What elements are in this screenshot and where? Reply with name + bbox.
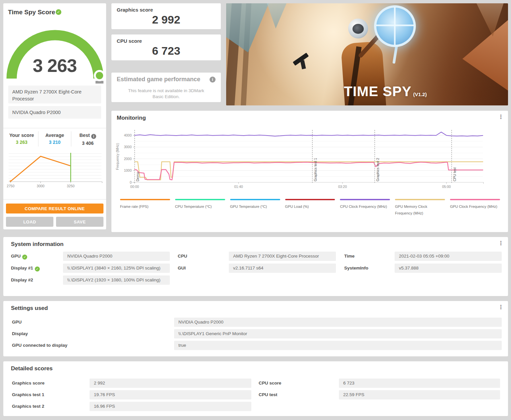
info-icon[interactable] [91,134,96,139]
cpu-score-value: 6 723 [111,44,221,57]
valid-check-icon [56,9,61,15]
gauge-end-notch [96,81,103,84]
best-score-label-text: Best [79,133,90,138]
hero-lens-crosshair [394,7,396,45]
legend-item[interactable]: GPU Clock Frequency (MHz) [450,199,500,217]
score-comparison: Your score 3 263 Average 3 210 Best 3 40… [5,131,104,147]
svg-text:3000: 3000 [37,184,45,188]
legend-item[interactable]: Frame rate (FPS) [120,199,170,217]
average-score-value: 3 210 [38,140,71,145]
graphics-test1-row-label: Graphics test 1 [12,390,44,399]
cpu-test-row-label: CPU test [259,390,277,399]
cpu-score-row-value: 6 723 [339,379,500,388]
monitoring-legend: Frame rate (FPS)CPU Temperature (°C)GPU … [120,199,500,217]
message-line-1: This feature is not available in 3DMark [111,88,221,94]
average-score-column: Average 3 210 [38,131,71,147]
hero-title: TIME SPY(V1.2) [306,84,465,99]
settings-display-label: Display [12,329,28,338]
graphics-score-row-label: Graphics score [12,379,44,388]
svg-text:2000: 2000 [124,157,132,161]
load-button[interactable]: LOAD [6,217,53,227]
legend-label: CPU Clock Frequency (MHz) [340,203,390,210]
monitoring-panel: Monitoring 01000200030004000Frequency (M… [111,111,508,232]
settings-used-title: Settings used [11,305,48,312]
systeminfo-row-label: SystemInfo [344,264,368,273]
svg-text:1000: 1000 [124,168,132,172]
divider [3,128,106,128]
message-line-2: Basic Edition. [111,94,221,100]
legend-label: GPU Temperature (°C) [230,203,280,210]
graphics-score-row-value: 2 992 [90,379,251,388]
settings-gpu-connected-value: true [174,341,502,350]
legend-label: GPU Load (%) [285,203,335,210]
time-row-value: 2021-02-03 05:05 +09:00 [395,252,502,261]
cpu-score-row-label: CPU score [259,379,281,388]
system-information-title: System information [11,241,64,248]
display2-row-value: \\.\DISPLAY2 (1920 × 1080, 100% DPI scal… [63,275,170,285]
svg-text:00:00: 00:00 [130,185,139,189]
gpu-row-label: GPU [11,252,27,261]
best-score-value: 3 406 [71,141,104,146]
hero-lens-handle [393,44,398,64]
settings-gpu-connected-label: GPU connected to display [12,341,67,350]
legend-color-bar [450,199,500,200]
gpu-name-box: NVIDIA Quadro P2000 [8,106,101,119]
save-button[interactable]: SAVE [56,217,103,227]
svg-text:Frequency (MHz): Frequency (MHz) [115,143,119,170]
estimated-game-performance-card: Estimated game performance This feature … [111,73,221,102]
gui-row-label: GUI [178,264,186,273]
kebab-menu-icon[interactable] [498,304,503,311]
svg-text:Graphics test 1: Graphics test 1 [313,158,317,181]
time-row-label: Time [344,252,354,261]
compare-result-online-button[interactable]: COMPARE RESULT ONLINE [6,204,103,213]
hero-astronaut-gun [300,60,306,69]
your-score-label: Your score [5,133,38,138]
legend-item[interactable]: CPU Clock Frequency (MHz) [340,199,390,217]
svg-text:01:40: 01:40 [234,185,243,189]
cpu-score-label: CPU score [117,38,142,44]
display1-row-label: Display #1 [11,264,40,273]
settings-display-value: \\.\DISPLAY1 Generic PnP Monitor [174,329,502,338]
legend-label: GPU Memory Clock Frequency (MHz) [395,203,445,217]
time-spy-hero-image: TIME SPY(V1.2) [226,3,508,105]
time-spy-score-panel: Time Spy Score 3 263 AMD Ryzen 7 2700X E… [3,3,106,229]
legend-color-bar [175,199,225,200]
legend-color-bar [120,199,170,200]
estimated-performance-message: This feature is not available in 3DMark … [111,88,221,99]
detailed-scores-panel: Detailed scores Graphics score 2 992 Gra… [3,361,508,416]
overall-score: 3 263 [3,55,106,76]
gui-row-value: v2.16.7117 s64 [229,264,336,273]
average-score-label: Average [38,133,71,138]
settings-used-panel: Settings used GPU NVIDIA Quadro P2000 Di… [3,301,508,356]
legend-color-bar [395,199,445,200]
graphics-score-card: Graphics score 2 992 [111,3,221,29]
svg-text:CPU test: CPU test [453,167,457,181]
display1-row-value: \\.\DISPLAY1 (3840 × 2160, 125% DPI scal… [63,264,170,273]
legend-item[interactable]: CPU Temperature (°C) [175,199,225,217]
legend-item[interactable]: GPU Memory Clock Frequency (MHz) [395,199,445,217]
legend-color-bar [340,199,390,200]
graphics-score-value: 2 992 [111,13,221,26]
legend-item[interactable]: GPU Load (%) [285,199,335,217]
hero-astronaut-visor [352,24,364,34]
gpu-label-text: GPU [11,254,21,259]
best-score-column: Best 3 406 [71,131,104,147]
kebab-menu-icon[interactable] [498,240,503,247]
settings-gpu-value: NVIDIA Quadro P2000 [174,318,502,327]
hero-version: (V1.2) [413,91,427,97]
hero-crystal-decor [265,3,288,29]
graphics-test2-row-value: 16.96 FPS [90,402,251,411]
legend-item[interactable]: GPU Temperature (°C) [230,199,280,217]
legend-label: GPU Clock Frequency (MHz) [450,203,500,210]
cpu-row-label: CPU [178,252,187,261]
estimated-performance-title: Estimated game performance [117,76,200,83]
settings-gpu-label: GPU [12,318,22,327]
svg-text:03:20: 03:20 [338,185,347,189]
legend-label: Frame rate (FPS) [120,203,170,210]
cpu-score-card: CPU score 6 723 [111,34,221,60]
info-icon[interactable] [210,77,216,83]
detailed-scores-title: Detailed scores [11,365,53,372]
svg-text:4000: 4000 [124,133,132,137]
kebab-menu-icon[interactable] [498,113,503,121]
graphics-test1-row-value: 19.76 FPS [90,390,251,399]
